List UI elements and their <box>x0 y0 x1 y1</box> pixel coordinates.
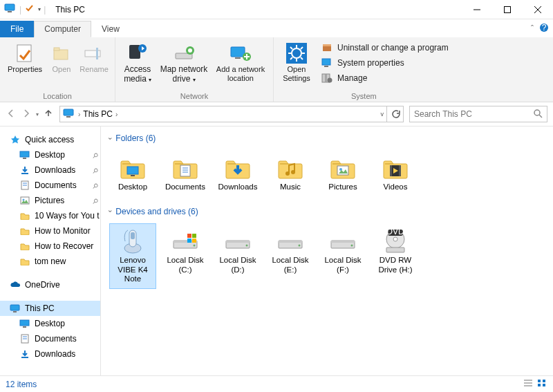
breadcrumb-label[interactable]: This PC <box>83 109 113 119</box>
content-pane[interactable]: › Folders (6) DesktopDocumentsDownloadsM… <box>101 127 553 375</box>
add-network-location-button[interactable]: Add a network location <box>212 40 269 82</box>
nav-forward-icon[interactable] <box>21 108 32 121</box>
chevron-right-icon[interactable]: › <box>115 111 118 118</box>
minimize-button[interactable] <box>462 0 492 19</box>
tree-item[interactable]: How to Monitor <box>0 223 100 239</box>
tree-item[interactable]: Pictures⚲ <box>0 193 100 208</box>
search-input[interactable] <box>414 109 533 119</box>
tab-file[interactable]: File <box>0 21 34 37</box>
drive-item[interactable]: DVDDVD RW Drive (H:) <box>372 223 419 289</box>
nav-up-icon[interactable] <box>43 108 54 121</box>
separator: | <box>19 5 21 15</box>
folder-item[interactable]: Desktop <box>109 150 156 197</box>
svg-rect-52 <box>20 320 29 326</box>
search-box[interactable] <box>409 106 547 122</box>
maximize-button[interactable] <box>492 0 523 19</box>
svg-rect-57 <box>21 357 28 358</box>
tree-onedrive[interactable]: OneDrive <box>0 277 100 292</box>
help-icon[interactable]: ? <box>539 23 549 35</box>
address-bar[interactable]: › This PC › v <box>59 106 387 122</box>
nav-back-icon[interactable] <box>6 108 17 121</box>
group-label-location: Location <box>4 92 111 100</box>
item-label: Desktop <box>111 183 154 192</box>
folder-item[interactable]: Videos <box>372 150 419 197</box>
view-details-icon[interactable] <box>523 378 534 390</box>
svg-rect-85 <box>279 241 302 243</box>
tree-this-pc[interactable]: This PC <box>0 301 100 316</box>
chevron-right-icon[interactable]: › <box>78 111 80 118</box>
tree-item[interactable]: Downloads <box>0 346 100 362</box>
quick-access-toolbar: | ▾ | <box>0 3 50 16</box>
tab-view[interactable]: View <box>91 21 130 37</box>
rename-button[interactable]: Rename <box>77 40 111 74</box>
svg-rect-32 <box>323 44 331 46</box>
chevron-down-icon[interactable]: › <box>106 210 114 212</box>
disk-icon <box>269 227 312 256</box>
address-history-icon[interactable]: v <box>381 111 384 118</box>
svg-point-76 <box>194 244 196 246</box>
navigation-tree[interactable]: Quick access Desktop⚲Downloads⚲Documents… <box>0 127 101 375</box>
tab-computer[interactable]: Computer <box>34 21 91 37</box>
tree-item-label: 10 Ways for You t <box>35 211 100 221</box>
tree-item[interactable]: Documents <box>0 331 100 346</box>
view-large-icons-icon[interactable] <box>536 378 547 390</box>
close-button[interactable] <box>523 0 553 19</box>
this-pc-icon <box>63 109 75 120</box>
open-button[interactable]: Open <box>47 40 76 74</box>
folder-item[interactable]: Music <box>267 150 314 197</box>
svg-text:DVD: DVD <box>386 228 404 236</box>
access-media-button[interactable]: Access media ▾ <box>120 40 156 84</box>
svg-rect-98 <box>538 380 541 382</box>
folders-header[interactable]: › Folders (6) <box>109 133 545 143</box>
map-network-drive-button[interactable]: Map network drive ▾ <box>157 40 211 84</box>
properties-button[interactable]: Properties <box>4 40 46 74</box>
group-label-system: System <box>278 92 450 100</box>
downloads-icon <box>216 153 259 183</box>
tree-item-label: Documents <box>35 180 77 190</box>
drives-header[interactable]: › Devices and drives (6) <box>109 207 545 216</box>
drive-item[interactable]: Lenovo VIBE K4 Note <box>109 223 156 289</box>
svg-rect-51 <box>13 311 17 312</box>
folder-item[interactable]: Documents <box>162 150 209 197</box>
svg-text:?: ? <box>542 23 547 32</box>
open-settings-button[interactable]: Open Settings <box>278 40 315 82</box>
svg-rect-66 <box>337 166 348 175</box>
ribbon: Properties Open Rename Location Access m… <box>0 37 553 102</box>
chevron-down-icon[interactable]: › <box>106 137 114 139</box>
drive-item[interactable]: Local Disk (F:) <box>319 223 366 289</box>
folder-item[interactable]: Pictures <box>319 150 366 197</box>
tree-item[interactable]: How to Recover <box>0 239 100 254</box>
tree-item[interactable]: Documents⚲ <box>0 178 100 193</box>
svg-rect-100 <box>538 384 541 386</box>
svg-rect-10 <box>54 48 59 50</box>
drive-item[interactable]: Local Disk (C:) <box>162 223 209 289</box>
tree-quick-access[interactable]: Quick access <box>0 132 100 147</box>
svg-rect-42 <box>20 151 29 157</box>
tree-item[interactable]: Desktop⚲ <box>0 147 100 162</box>
drive-item[interactable]: Local Disk (D:) <box>214 223 261 289</box>
svg-rect-88 <box>331 241 355 243</box>
tree-item[interactable]: Downloads⚲ <box>0 162 100 178</box>
qat-properties-icon[interactable] <box>24 3 35 16</box>
folder-item[interactable]: Downloads <box>214 150 261 197</box>
refresh-button[interactable] <box>387 106 404 122</box>
tree-item[interactable]: tom new <box>0 254 100 269</box>
search-icon[interactable] <box>533 109 543 120</box>
tree-item[interactable]: 10 Ways for You t <box>0 208 100 223</box>
system-properties-button[interactable]: System properties <box>319 57 450 69</box>
pictures-icon <box>321 153 364 183</box>
svg-point-17 <box>188 48 192 53</box>
folder-icon <box>19 180 30 191</box>
tree-item[interactable]: Desktop <box>0 316 100 331</box>
uninstall-program-button[interactable]: Uninstall or change a program <box>319 41 450 54</box>
manage-button[interactable]: Manage <box>319 72 450 84</box>
drive-item[interactable]: Local Disk (E:) <box>267 223 314 289</box>
window-title: This PC <box>50 5 91 15</box>
item-label: DVD RW Drive (H:) <box>374 256 417 275</box>
nav-recent-icon[interactable]: ▾ <box>36 111 39 118</box>
folder-icon <box>19 348 30 360</box>
svg-rect-73 <box>131 232 135 239</box>
collapse-ribbon-icon[interactable]: ˆ <box>531 24 534 34</box>
qat-dropdown-icon[interactable]: ▾ <box>38 6 41 12</box>
svg-rect-3 <box>505 6 511 12</box>
